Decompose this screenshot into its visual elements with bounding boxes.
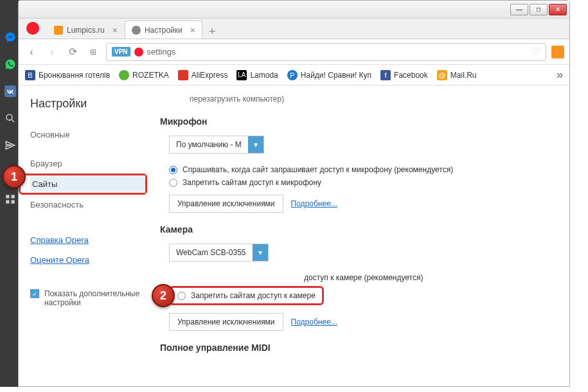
- favicon-icon: [54, 26, 63, 35]
- reload-button[interactable]: ⟳: [65, 44, 80, 60]
- bookmark-item[interactable]: LALamoda: [236, 70, 278, 80]
- camera-select[interactable]: WebCam SCB-0355 ▾: [169, 244, 269, 262]
- checkbox-icon: ✓: [30, 289, 39, 298]
- select-value: По умолчанию - М: [170, 136, 248, 153]
- tab-strip: Lumpics.ru × Настройки × +: [19, 19, 569, 39]
- settings-page: Настройки Основные Браузер 1 Сайты Безоп…: [19, 85, 569, 386]
- svg-line-2: [12, 120, 14, 122]
- extension-icon[interactable]: [551, 46, 564, 58]
- rate-link[interactable]: Оцените Opera: [30, 255, 89, 265]
- maximize-button[interactable]: □: [530, 4, 548, 15]
- title-bar: — □ ✕: [19, 1, 569, 19]
- bookmark-item[interactable]: BБронювання готелів: [25, 70, 110, 80]
- nav-browser[interactable]: Браузер: [30, 154, 147, 174]
- camera-exceptions-button[interactable]: Управление исключениями: [169, 313, 283, 331]
- bookmark-item[interactable]: AliExpress: [178, 70, 228, 80]
- speed-dial-icon[interactable]: [4, 193, 17, 206]
- search-icon[interactable]: [4, 112, 17, 125]
- tab-lumpics[interactable]: Lumpics.ru ×: [47, 21, 125, 39]
- chevron-down-icon: ▾: [253, 244, 268, 261]
- bookmarks-bar: BБронювання готелів ROZETKA AliExpress L…: [19, 65, 569, 85]
- tab-label: Настройки: [145, 26, 183, 35]
- bookmark-item[interactable]: PНайди! Сравни! Куп: [287, 70, 371, 80]
- tab-label: Lumpics.ru: [67, 26, 105, 35]
- svg-rect-5: [6, 195, 9, 198]
- truncated-text: перезагрузить компьютер): [190, 94, 557, 103]
- speed-dial-button[interactable]: ⊞: [85, 44, 101, 60]
- highlight-sites: 1 Сайты: [19, 174, 147, 195]
- settings-content: перезагрузить компьютер) Микрофон По умо…: [147, 85, 569, 386]
- settings-nav: Настройки Основные Браузер 1 Сайты Безоп…: [19, 85, 147, 386]
- mic-exceptions-button[interactable]: Управление исключениями: [169, 195, 283, 213]
- radio-label: Спрашивать, когда сайт запрашивает досту…: [183, 165, 453, 174]
- messenger-icon[interactable]: [4, 31, 17, 44]
- minimize-button[interactable]: —: [510, 4, 528, 15]
- gear-icon: [132, 26, 141, 35]
- select-value: WebCam SCB-0355: [170, 244, 253, 261]
- step-badge-2: 2: [152, 284, 175, 307]
- svg-rect-8: [12, 200, 15, 204]
- radio-label: Запретить сайтам доступ к камере: [191, 291, 316, 300]
- chevron-down-icon: ▾: [248, 136, 263, 153]
- vk-icon[interactable]: [4, 85, 17, 98]
- svg-rect-7: [6, 200, 9, 204]
- url-text: settings: [147, 47, 176, 57]
- radio-label: Запретить сайтам доступ к микрофону: [183, 178, 321, 187]
- opera-icon: [134, 48, 143, 57]
- mic-more-link[interactable]: Подробнее...: [291, 199, 337, 208]
- step-badge-1: 1: [3, 165, 26, 188]
- nav-sites[interactable]: Сайты: [30, 175, 145, 193]
- help-link[interactable]: Справка Opera: [30, 235, 89, 245]
- opera-logo-icon[interactable]: [26, 22, 39, 35]
- show-advanced-checkbox[interactable]: ✓ Показать дополнительные настройки: [30, 289, 147, 307]
- bookmark-item[interactable]: @Mail.Ru: [437, 70, 477, 80]
- browser-window: — □ ✕ Lumpics.ru × Настройки × + ‹ › ⟳ ⊞…: [18, 0, 570, 387]
- radio-label-suffix: доступ к камере (рекомендуется): [304, 273, 423, 282]
- tab-settings[interactable]: Настройки ×: [125, 21, 202, 39]
- close-button[interactable]: ✕: [549, 4, 567, 15]
- section-camera: Камера: [160, 224, 557, 235]
- section-midi: Полное управление MIDI: [160, 343, 557, 353]
- highlight-camera-deny: 2 Запретить сайтам доступ к камере: [169, 286, 324, 305]
- bookmark-item[interactable]: fFacebook: [380, 70, 428, 80]
- address-bar[interactable]: VPN settings ♡: [106, 43, 546, 61]
- camera-radio-ask[interactable]: xx доступ к камере (рекомендуется): [169, 273, 557, 282]
- whatsapp-icon[interactable]: [4, 58, 17, 71]
- tab-close-icon[interactable]: ×: [190, 25, 195, 35]
- send-icon[interactable]: [4, 139, 17, 152]
- back-button[interactable]: ‹: [24, 44, 39, 60]
- bookmark-icon[interactable]: ♡: [531, 46, 540, 58]
- nav-basic[interactable]: Основные: [30, 125, 147, 145]
- svg-rect-6: [12, 195, 15, 198]
- tab-close-icon[interactable]: ×: [112, 25, 118, 35]
- bookmarks-overflow-button[interactable]: »: [557, 68, 563, 82]
- section-microphone: Микрофон: [160, 116, 557, 127]
- bookmark-item[interactable]: ROZETKA: [119, 70, 169, 80]
- nav-security[interactable]: Безопасность: [30, 195, 147, 215]
- vpn-badge[interactable]: VPN: [112, 47, 130, 57]
- settings-title: Настройки: [30, 97, 147, 111]
- radio-icon: [169, 166, 177, 174]
- svg-point-1: [6, 114, 12, 120]
- radio-icon: [169, 179, 177, 187]
- new-tab-button[interactable]: +: [202, 25, 222, 39]
- show-advanced-label: Показать дополнительные настройки: [44, 289, 147, 307]
- camera-more-link[interactable]: Подробнее...: [291, 317, 337, 326]
- radio-icon: [177, 292, 186, 300]
- mic-select[interactable]: По умолчанию - М ▾: [169, 136, 264, 154]
- mic-radio-ask[interactable]: Спрашивать, когда сайт запрашивает досту…: [169, 165, 557, 174]
- forward-button[interactable]: ›: [44, 44, 60, 60]
- camera-radio-deny[interactable]: Запретить сайтам доступ к камере: [177, 291, 316, 300]
- mic-radio-deny[interactable]: Запретить сайтам доступ к микрофону: [169, 178, 557, 187]
- toolbar: ‹ › ⟳ ⊞ VPN settings ♡: [19, 39, 569, 65]
